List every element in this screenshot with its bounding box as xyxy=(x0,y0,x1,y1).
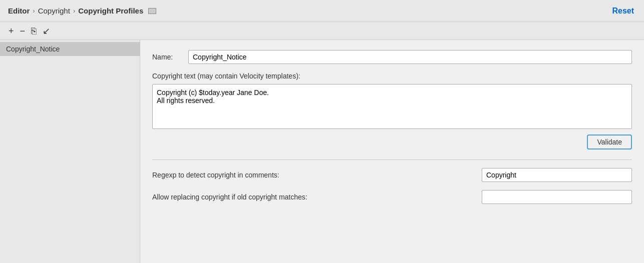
copy-button[interactable]: ⎘ xyxy=(29,25,39,37)
breadcrumb-sep-2: › xyxy=(73,7,75,14)
window-restore-icon xyxy=(148,8,156,14)
allow-replacing-row: Allow replacing copyright if old copyrig… xyxy=(152,190,632,204)
header: Editor › Copyright › Copyright Profiles … xyxy=(0,0,644,22)
validate-button[interactable]: Validate xyxy=(587,134,632,150)
sidebar-item-copyright-notice[interactable]: Copyright_Notice xyxy=(0,42,140,56)
remove-button[interactable]: − xyxy=(18,25,28,37)
breadcrumb: Editor › Copyright › Copyright Profiles xyxy=(8,6,156,15)
right-panel: Name: Copyright text (may contain Veloci… xyxy=(140,40,644,263)
sidebar: Copyright_Notice xyxy=(0,40,140,263)
copyright-text-label: Copyright text (may contain Velocity tem… xyxy=(152,72,632,80)
app-container: Editor › Copyright › Copyright Profiles … xyxy=(0,0,644,263)
name-label: Name: xyxy=(152,53,182,61)
breadcrumb-copyright-profiles: Copyright Profiles xyxy=(78,6,143,15)
main-content: Copyright_Notice Name: Copyright text (m… xyxy=(0,40,644,263)
regexp-label: Regexp to detect copyright in comments: xyxy=(152,171,476,179)
collapse-button[interactable]: ↙ xyxy=(40,25,53,37)
breadcrumb-editor: Editor xyxy=(8,6,30,15)
regexp-input[interactable] xyxy=(482,168,632,182)
breadcrumb-copyright: Copyright xyxy=(38,6,70,15)
toolbar: + − ⎘ ↙ xyxy=(0,22,644,40)
breadcrumb-sep-1: › xyxy=(33,7,35,14)
copyright-text-textarea[interactable] xyxy=(152,84,632,129)
reset-button[interactable]: Reset xyxy=(610,6,636,16)
validate-row: Validate xyxy=(152,134,632,150)
allow-replacing-label: Allow replacing copyright if old copyrig… xyxy=(152,193,476,201)
add-button[interactable]: + xyxy=(6,25,17,37)
separator xyxy=(152,160,632,160)
name-row: Name: xyxy=(152,50,632,64)
allow-replacing-input[interactable] xyxy=(482,190,632,204)
name-input[interactable] xyxy=(188,50,632,64)
regexp-row: Regexp to detect copyright in comments: xyxy=(152,168,632,182)
